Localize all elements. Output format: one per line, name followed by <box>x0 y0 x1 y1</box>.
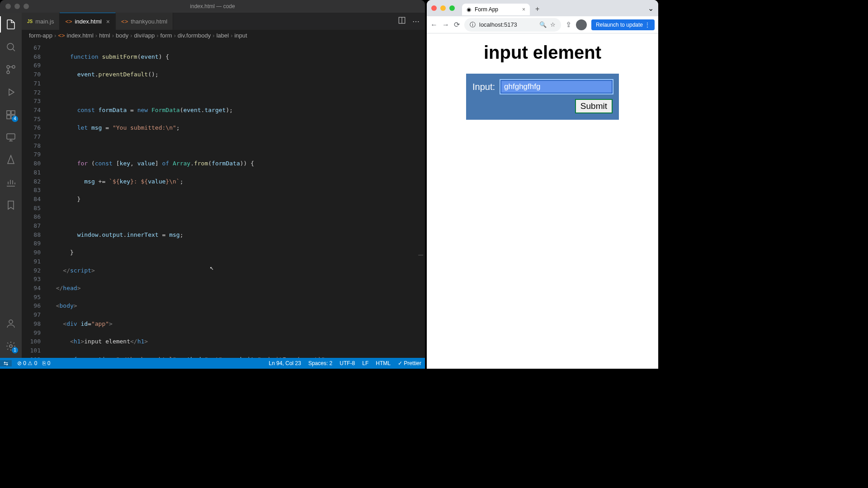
account-icon[interactable] <box>5 317 17 330</box>
status-cursor[interactable]: Ln 94, Col 23 <box>269 360 301 366</box>
tab-index-html[interactable]: <>index.html× <box>60 13 116 30</box>
source-control-icon[interactable] <box>5 63 17 76</box>
relaunch-button[interactable]: Relaunch to update ⋮ <box>591 19 655 30</box>
vscode-titlebar: index.html — code <box>0 0 425 13</box>
traffic-lights[interactable] <box>431 5 455 11</box>
zoom-dot-icon[interactable] <box>449 5 455 11</box>
install-icon[interactable]: ⇪ <box>566 20 571 29</box>
url-text: localhost:5173 <box>479 21 517 28</box>
browser-titlebar: ◉ Form App × + ⌄ <box>427 0 658 16</box>
zoom-icon[interactable]: 🔍 <box>539 21 547 28</box>
new-tab-button[interactable]: + <box>535 5 539 13</box>
more-icon[interactable]: ⋯ <box>412 17 420 26</box>
status-formatter[interactable]: ✓ Prettier <box>398 360 421 366</box>
chevron-right-icon: › <box>174 32 176 39</box>
chevron-right-icon: › <box>212 32 214 39</box>
status-language[interactable]: HTML <box>376 360 391 366</box>
extensions-icon[interactable]: 4 <box>5 108 17 121</box>
breadcrumb-item[interactable]: form <box>160 32 172 39</box>
remote-explorer-icon[interactable] <box>5 131 17 144</box>
browser-tab[interactable]: ◉ Form App × <box>462 4 530 15</box>
close-dot-icon[interactable] <box>431 5 437 11</box>
form-body: Input: Submit <box>466 74 619 120</box>
bookmark-icon[interactable] <box>5 199 17 211</box>
svg-rect-8 <box>7 134 15 139</box>
chevron-right-icon: › <box>231 32 232 39</box>
status-errors[interactable]: ⊘ 0 ⚠ 0 <box>17 360 37 366</box>
svg-point-9 <box>9 320 13 324</box>
page-content: input element Input: Submit <box>427 33 658 369</box>
search-icon[interactable] <box>5 41 17 53</box>
chevron-right-icon: › <box>130 32 132 39</box>
svg-point-1 <box>12 66 15 68</box>
minimize-dot-icon[interactable] <box>440 5 446 11</box>
site-info-icon[interactable]: ⓘ <box>470 21 476 29</box>
tab-thankyou-html[interactable]: <>thankyou.html <box>116 13 173 30</box>
breadcrumb-item[interactable]: form-app <box>29 32 52 39</box>
close-icon[interactable]: × <box>106 18 110 25</box>
svg-point-3 <box>7 66 9 68</box>
azure-icon[interactable] <box>5 154 17 166</box>
vscode-window: index.html — code 4 1 JSmain.js <>index.… <box>0 0 425 369</box>
activity-bar: 4 1 <box>0 13 22 358</box>
form-row: Input: <box>472 80 613 94</box>
url-bar[interactable]: ⓘ localhost:5173 🔍 ☆ <box>464 18 561 32</box>
minimize-dot-icon[interactable] <box>14 4 20 9</box>
close-dot-icon[interactable] <box>5 4 11 9</box>
traffic-lights[interactable] <box>5 4 29 9</box>
tab-label: main.js <box>35 18 54 25</box>
text-input[interactable] <box>500 80 613 94</box>
browser-tab-title: Form App <box>475 6 498 13</box>
svg-rect-5 <box>11 111 15 114</box>
breadcrumb-item[interactable]: body <box>116 32 128 39</box>
editor-tabs: JSmain.js <>index.html× <>thankyou.html … <box>22 13 425 30</box>
profile-avatar-icon[interactable] <box>576 19 587 30</box>
html-file-icon: <> <box>65 18 72 25</box>
input-label: Input: <box>472 82 495 92</box>
svg-rect-6 <box>7 115 10 119</box>
browser-toolbar: ← → ⟳ ⓘ localhost:5173 🔍 ☆ ⇪ Relaunch to… <box>427 16 658 33</box>
forward-icon[interactable]: → <box>442 21 449 29</box>
line-number-gutter: 6768697071727374757677787980818283848586… <box>22 42 49 358</box>
back-icon[interactable]: ← <box>430 21 438 29</box>
star-icon[interactable]: ☆ <box>550 21 556 28</box>
breadcrumb-item[interactable]: index.html <box>67 32 94 39</box>
browser-window: ◉ Form App × + ⌄ ← → ⟳ ⓘ localhost:5173 … <box>427 0 658 369</box>
more-icon: ⋮ <box>645 22 650 28</box>
js-file-icon: JS <box>27 19 33 24</box>
close-icon[interactable]: × <box>522 6 525 13</box>
split-editor-icon[interactable] <box>398 16 406 26</box>
tab-main-js[interactable]: JSmain.js <box>22 13 60 30</box>
chevron-down-icon[interactable]: ⌄ <box>648 4 654 13</box>
graph-icon[interactable] <box>5 176 17 189</box>
status-spaces[interactable]: Spaces: 2 <box>308 360 332 366</box>
status-ports[interactable]: ⎘ 0 <box>42 360 50 366</box>
remote-indicator-icon[interactable]: ⇆ <box>0 360 12 366</box>
run-debug-icon[interactable] <box>5 86 17 99</box>
extensions-badge: 4 <box>12 116 18 122</box>
breadcrumb-item[interactable]: input <box>234 32 247 39</box>
code-editor[interactable]: 6768697071727374757677787980818283848586… <box>22 42 425 358</box>
gear-icon[interactable]: 1 <box>5 340 17 352</box>
breadcrumbs[interactable]: form-app› <>index.html› html› body› div#… <box>22 30 425 42</box>
breadcrumb-item[interactable]: div.formbody <box>178 32 211 39</box>
breadcrumb-item[interactable]: div#app <box>134 32 155 39</box>
svg-rect-4 <box>7 111 10 114</box>
chevron-right-icon: › <box>156 32 158 39</box>
zoom-dot-icon[interactable] <box>24 4 29 9</box>
explorer-icon[interactable] <box>5 18 17 31</box>
status-eol[interactable]: LF <box>362 360 368 366</box>
breadcrumb-item[interactable]: html <box>99 32 110 39</box>
submit-button[interactable]: Submit <box>575 99 613 113</box>
settings-badge: 1 <box>12 347 18 353</box>
code-content[interactable]: function submitForm(event) { event.preve… <box>49 42 425 358</box>
status-encoding[interactable]: UTF-8 <box>340 360 355 366</box>
svg-point-0 <box>7 43 14 50</box>
chevron-right-icon: › <box>112 32 114 39</box>
globe-icon: ◉ <box>467 6 471 13</box>
chevron-right-icon: › <box>95 32 97 39</box>
tab-label: thankyou.html <box>131 18 167 25</box>
breadcrumb-item[interactable]: label <box>217 32 229 39</box>
window-title: index.html — code <box>190 3 235 9</box>
reload-icon[interactable]: ⟳ <box>454 20 460 29</box>
